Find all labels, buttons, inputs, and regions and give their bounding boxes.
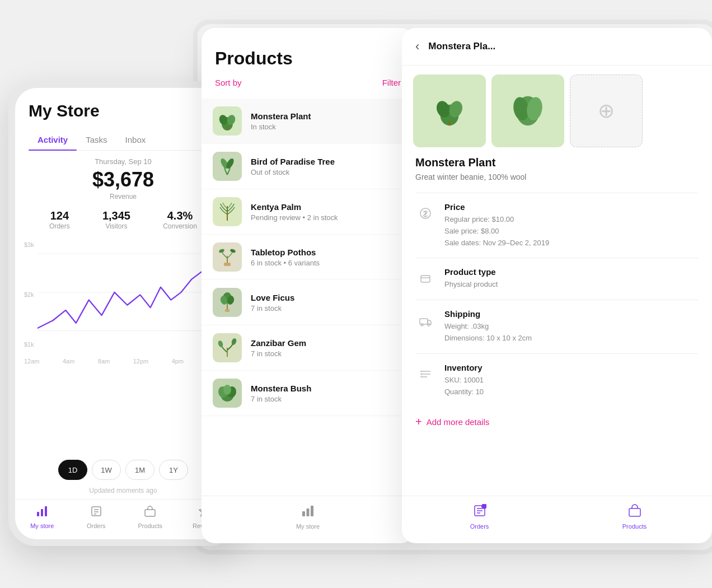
conversion-label: Conversion bbox=[163, 222, 197, 230]
product-item-zanzibar[interactable]: Zanzibar Gem 7 in stock bbox=[202, 325, 414, 371]
price-title: Price bbox=[444, 202, 549, 212]
chart-x-labels: 12am 4am 8am 12pm 4pm 11pm bbox=[24, 356, 222, 367]
detail-products-icon bbox=[628, 504, 641, 521]
detail-images: ⊕ bbox=[402, 66, 712, 156]
inventory-icon bbox=[415, 364, 435, 384]
detail-inventory-section: Inventory SKU: 10001Quantity: 10 bbox=[415, 353, 699, 407]
time-btn-1m[interactable]: 1M bbox=[125, 460, 154, 480]
product-name-zanzibar: Zanzibar Gem bbox=[251, 338, 306, 348]
stats-row: 124 Orders 1,345 Visitors 4.3% Conversio… bbox=[29, 209, 218, 230]
product-item-monstera[interactable]: Monstera Plant In stock bbox=[202, 99, 414, 144]
detail-image-2[interactable] bbox=[491, 74, 564, 147]
product-list: Monstera Plant In stock Bird of Paradise… bbox=[202, 99, 414, 496]
phone-nav-mystore-label: My store bbox=[30, 522, 54, 529]
svg-rect-54 bbox=[629, 508, 640, 516]
product-type-text: Physical product bbox=[444, 279, 498, 291]
detail-nav-products[interactable]: Products bbox=[557, 504, 712, 530]
product-thumb-bird bbox=[213, 152, 242, 181]
product-thumb-tabletop bbox=[213, 242, 242, 272]
visitors-label: Visitors bbox=[102, 222, 130, 230]
product-thumb-monstera bbox=[213, 106, 242, 136]
phone-nav-mystore[interactable]: My store bbox=[15, 505, 69, 529]
detail-header-title: Monstera Pla... bbox=[428, 41, 495, 52]
product-info-zanzibar: Zanzibar Gem 7 in stock bbox=[251, 338, 306, 358]
add-details-plus-icon: + bbox=[415, 416, 422, 428]
orders-value: 124 bbox=[49, 209, 70, 222]
products-panel-header: Products Sort by Filter bbox=[202, 28, 414, 99]
tab-inbox[interactable]: Inbox bbox=[116, 129, 155, 150]
svg-point-44 bbox=[421, 324, 423, 326]
product-thumb-ficus bbox=[213, 288, 242, 317]
chart-svg bbox=[38, 241, 222, 353]
phone-nav-orders[interactable]: Orders bbox=[69, 505, 124, 529]
panel-mystore-icon bbox=[301, 504, 315, 521]
product-status-kentya: Pending review • 2 in stock bbox=[251, 213, 338, 222]
product-info-monstera: Monstera Plant In stock bbox=[251, 111, 311, 131]
time-btn-1d[interactable]: 1D bbox=[58, 460, 87, 480]
svg-rect-33 bbox=[311, 506, 313, 516]
label-12am: 12am bbox=[24, 358, 40, 365]
product-item-kentya[interactable]: Kentya Palm Pending review • 2 in stock bbox=[202, 189, 414, 235]
time-btn-1w[interactable]: 1W bbox=[92, 460, 121, 480]
filter-button[interactable]: Filter bbox=[382, 78, 401, 87]
phone-screen: My Store Activity Tasks Inbox Thursday, … bbox=[15, 88, 231, 539]
product-status-zanzibar: 7 in stock bbox=[251, 349, 306, 358]
inventory-text: SKU: 10001Quantity: 10 bbox=[444, 375, 484, 398]
detail-product-type-section: Product type Physical product bbox=[415, 258, 699, 300]
tab-activity[interactable]: Activity bbox=[29, 129, 77, 150]
svg-rect-32 bbox=[307, 508, 310, 516]
detail-product-name: Monstera Plant bbox=[415, 156, 699, 169]
panel-nav-mystore[interactable]: My store bbox=[202, 504, 414, 530]
chart-y-2k: $2k bbox=[24, 291, 34, 298]
shipping-icon bbox=[415, 310, 435, 330]
chart-y-3k: $3k bbox=[24, 241, 34, 248]
tab-tasks[interactable]: Tasks bbox=[77, 129, 116, 150]
phone-nav-products[interactable]: Products bbox=[123, 505, 177, 529]
detail-image-1[interactable] bbox=[413, 74, 486, 147]
updated-text: Updated moments ago bbox=[15, 487, 231, 499]
phone-nav-orders-label: Orders bbox=[87, 522, 106, 529]
product-status-monstera: In stock bbox=[251, 123, 311, 131]
product-item-ficus[interactable]: Love Ficus 7 in stock bbox=[202, 280, 414, 325]
product-type-body: Product type Physical product bbox=[444, 267, 498, 291]
price-body: Price Regular price: $10.00Sale price: $… bbox=[444, 202, 549, 249]
product-item-tabletop[interactable]: Tabletop Pothos 6 in stock • 6 variants bbox=[202, 235, 414, 280]
detail-image-add[interactable]: ⊕ bbox=[570, 74, 643, 147]
visitors-value: 1,345 bbox=[102, 209, 130, 222]
panel-bottom-nav: My store bbox=[202, 496, 414, 543]
products-icon bbox=[144, 505, 156, 520]
detail-product-desc: Great winter beanie, 100% wool bbox=[415, 172, 699, 181]
add-details-button[interactable]: + Add more details bbox=[415, 407, 489, 437]
product-item-bird[interactable]: Bird of Paradise Tree Out of stock bbox=[202, 144, 414, 189]
add-details-label: Add more details bbox=[427, 417, 490, 427]
detail-nav-orders[interactable]: Orders bbox=[402, 504, 557, 530]
back-button[interactable]: ‹ bbox=[415, 39, 419, 54]
store-title: My Store bbox=[29, 101, 218, 120]
product-info-kentya: Kentya Palm Pending review • 2 in stock bbox=[251, 202, 338, 222]
revenue-label: Revenue bbox=[29, 193, 218, 200]
detail-header: ‹ Monstera Pla... bbox=[402, 28, 712, 66]
conversion-value: 4.3% bbox=[163, 209, 197, 222]
svg-rect-31 bbox=[302, 511, 305, 516]
svg-rect-4 bbox=[41, 509, 43, 516]
inventory-body: Inventory SKU: 10001Quantity: 10 bbox=[444, 363, 484, 398]
product-detail-panel: ‹ Monstera Pla... ⊕ Monstera Plant Great… bbox=[402, 28, 712, 543]
chart-y-1k: $1k bbox=[24, 341, 34, 348]
orders-label: Orders bbox=[49, 222, 70, 230]
svg-point-19 bbox=[218, 248, 224, 253]
label-4am: 4am bbox=[63, 358, 74, 365]
product-status-tabletop: 6 in stock • 6 variants bbox=[251, 259, 320, 267]
shipping-text: Weight: .03kgDimensions: 10 x 10 x 2cm bbox=[444, 321, 532, 344]
product-thumb-kentya bbox=[213, 197, 242, 226]
svg-point-25 bbox=[217, 340, 224, 348]
svg-point-26 bbox=[231, 338, 237, 346]
svg-rect-15 bbox=[227, 127, 228, 130]
svg-rect-42 bbox=[421, 276, 430, 282]
product-item-bush[interactable]: Monstera Bush 7 in stock bbox=[202, 371, 414, 416]
sort-by-button[interactable]: Sort by bbox=[215, 78, 242, 87]
time-btn-1y[interactable]: 1Y bbox=[159, 460, 188, 480]
product-status-ficus: 7 in stock bbox=[251, 304, 294, 312]
product-type-icon bbox=[415, 268, 435, 288]
mystore-icon bbox=[36, 505, 48, 520]
price-text: Regular price: $10.00Sale price: $8.00Sa… bbox=[444, 214, 549, 249]
